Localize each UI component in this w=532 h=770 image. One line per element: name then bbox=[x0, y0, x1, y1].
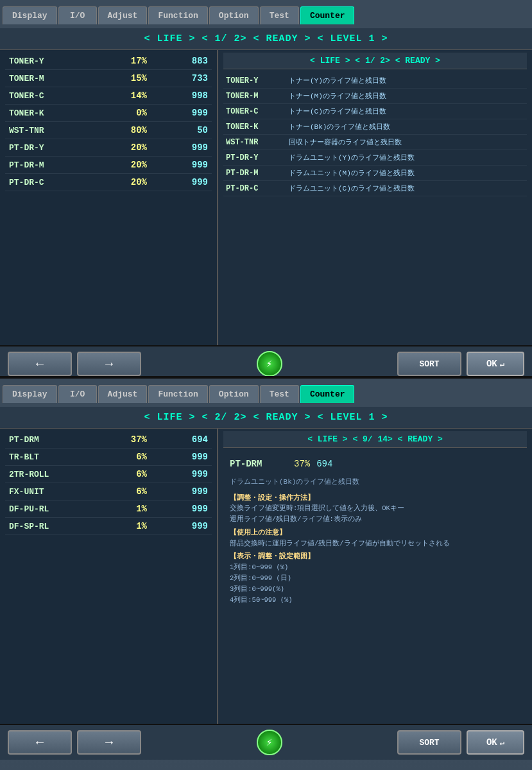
detail-item-desc-1-0: トナー(Y)のライフ値と残日数 bbox=[289, 76, 386, 85]
list-row-1-6[interactable]: PT-DR-M 20% 999 bbox=[5, 157, 212, 174]
nav-bar-2: < LIFE > < 2/ 2> < READY > < LEVEL 1 > bbox=[0, 407, 532, 429]
list-row-1-5[interactable]: PT-DR-Y 20% 999 bbox=[5, 139, 212, 157]
detail-item-desc-1-1: トナー(M)のライフ値と残日数 bbox=[289, 91, 386, 101]
tab-display-2[interactable]: Display bbox=[3, 385, 57, 403]
list-row-1-7[interactable]: PT-DR-C 20% 999 bbox=[5, 174, 212, 191]
tab-bar-1: Display I/O Adjust Function Option Test … bbox=[0, 0, 532, 28]
list-row-1-3[interactable]: TONER-K 0% 999 bbox=[5, 105, 212, 122]
tab-option-1[interactable]: Option bbox=[209, 6, 259, 24]
list-item-pct-1-3: 0% bbox=[115, 108, 147, 118]
list-item-val-1-6: 999 bbox=[176, 160, 208, 170]
main-content-1: TONER-Y 17% 883 TONER-M 15% 733 TONER-C … bbox=[0, 50, 532, 345]
panel-1: Display I/O Adjust Function Option Test … bbox=[0, 0, 532, 379]
ok-button-1[interactable]: OK↵ bbox=[467, 352, 524, 376]
detail-item-desc-1-7: ドラムユニット(C)のライフ値と残日数 bbox=[289, 184, 415, 193]
detail-nav-1: < LIFE > < 1/ 2> < READY > bbox=[223, 53, 527, 69]
detail-row-1-2[interactable]: TONER-C トナー(C)のライフ値と残日数 bbox=[223, 104, 527, 119]
detail-item-desc-1-3: トナー(Bk)のライフ値と残日数 bbox=[289, 122, 390, 132]
info-button-2[interactable]: ⚡ bbox=[257, 730, 282, 755]
detail-row-1-6[interactable]: PT-DR-M ドラムユニット(M)のライフ値と残日数 bbox=[223, 166, 527, 181]
list-item-pct-1-4: 80% bbox=[115, 125, 147, 135]
list-item-pct-1-6: 20% bbox=[115, 160, 147, 170]
list-row-1-4[interactable]: WST-TNR 80% 50 bbox=[5, 122, 212, 139]
detail-item-name-1-3: TONER-K bbox=[226, 123, 284, 132]
instr-s2-title: 【使用上の注意】 bbox=[230, 527, 520, 538]
highlighted-desc-2: ドラムユニット(Bk)のライフ値と残日数 bbox=[230, 477, 520, 488]
list-row-2-5[interactable]: DF-SP-RL 1% 999 bbox=[5, 518, 212, 535]
list-item-val-2-3: 999 bbox=[176, 486, 208, 497]
toolbar-right-1: SORT OK↵ bbox=[397, 352, 524, 376]
list-item-name-2-0: PT-DRM bbox=[9, 435, 86, 445]
list-item-name-1-3: TONER-K bbox=[9, 108, 86, 118]
tab-adjust-1[interactable]: Adjust bbox=[98, 6, 148, 24]
list-row-2-0[interactable]: PT-DRM 37% 694 bbox=[5, 431, 212, 449]
tab-test-2[interactable]: Test bbox=[260, 385, 299, 403]
toolbar-1: ← → ⚡ SORT OK↵ bbox=[0, 345, 532, 379]
list-row-2-2[interactable]: 2TR-ROLL 6% 999 bbox=[5, 466, 212, 483]
list-item-name-2-2: 2TR-ROLL bbox=[9, 470, 86, 479]
tab-adjust-2[interactable]: Adjust bbox=[98, 385, 148, 403]
forward-button-1[interactable]: → bbox=[77, 352, 141, 376]
tab-function-1[interactable]: Function bbox=[148, 6, 207, 24]
toolbar-right-2: SORT OK↵ bbox=[397, 730, 524, 755]
list-item-pct-1-1: 15% bbox=[115, 73, 147, 83]
detail-item-name-1-0: TONER-Y bbox=[226, 76, 284, 85]
list-item-val-1-0: 883 bbox=[176, 56, 208, 66]
ok-button-2[interactable]: OK↵ bbox=[467, 730, 524, 755]
detail-item-desc-1-4: 回収トナー容器のライフ値と残日数 bbox=[289, 137, 402, 147]
list-item-val-1-3: 999 bbox=[176, 108, 208, 118]
detail-nav-2: < LIFE > < 9/ 14> < READY > bbox=[223, 431, 527, 448]
tab-counter-1[interactable]: Counter bbox=[300, 6, 355, 24]
tab-counter-2[interactable]: Counter bbox=[300, 385, 355, 403]
list-item-name-1-1: TONER-M bbox=[9, 74, 86, 83]
list-item-name-2-1: TR-BLT bbox=[9, 452, 86, 462]
instr-s2-text: 部品交換時に運用ライフ値/残日数/ライフ値が自動でリセットされる bbox=[230, 538, 520, 549]
list-item-pct-2-4: 1% bbox=[115, 504, 147, 514]
list-item-name-1-6: PT-DR-M bbox=[9, 160, 86, 170]
list-item-pct-2-3: 6% bbox=[115, 486, 147, 497]
back-button-1[interactable]: ← bbox=[8, 352, 72, 376]
detail-row-1-0[interactable]: TONER-Y トナー(Y)のライフ値と残日数 bbox=[223, 73, 527, 89]
back-button-2[interactable]: ← bbox=[8, 730, 72, 755]
sort-button-2[interactable]: SORT bbox=[397, 730, 461, 755]
list-item-pct-1-2: 14% bbox=[115, 90, 147, 101]
tab-display-1[interactable]: Display bbox=[3, 6, 57, 24]
list-row-1-2[interactable]: TONER-C 14% 998 bbox=[5, 87, 212, 105]
forward-button-2[interactable]: → bbox=[77, 730, 141, 755]
list-item-name-2-4: DF-PU-RL bbox=[9, 504, 86, 514]
list-row-2-4[interactable]: DF-PU-RL 1% 999 bbox=[5, 501, 212, 518]
list-item-name-1-4: WST-TNR bbox=[9, 126, 86, 135]
detail-row-1-4[interactable]: WST-TNR 回収トナー容器のライフ値と残日数 bbox=[223, 135, 527, 150]
instructions-2: 【調整・設定・操作方法】 交換ライフ値変更時:項目選択して値を入力後、OKキー運… bbox=[230, 493, 520, 606]
tab-io-2[interactable]: I/O bbox=[58, 385, 97, 403]
list-item-pct-2-2: 6% bbox=[115, 469, 147, 479]
detail-row-1-5[interactable]: PT-DR-Y ドラムユニット(Y)のライフ値と残日数 bbox=[223, 150, 527, 166]
detail-item-desc-1-5: ドラムユニット(Y)のライフ値と残日数 bbox=[289, 153, 415, 162]
info-button-1[interactable]: ⚡ bbox=[257, 351, 282, 377]
list-row-2-3[interactable]: FX-UNIT 6% 999 bbox=[5, 483, 212, 501]
list-item-val-2-4: 999 bbox=[176, 504, 208, 514]
detail-row-1-3[interactable]: TONER-K トナー(Bk)のライフ値と残日数 bbox=[223, 119, 527, 135]
list-item-val-1-7: 999 bbox=[176, 177, 208, 187]
list-item-val-1-4: 50 bbox=[176, 125, 208, 135]
list-item-val-1-5: 999 bbox=[176, 142, 208, 153]
detail-text-panel-2: PT-DRM 37% 694 ドラムユニット(Bk)のライフ値と残日数 【調整・… bbox=[223, 452, 527, 609]
list-row-1-0[interactable]: TONER-Y 17% 883 bbox=[5, 53, 212, 70]
list-item-pct-1-7: 20% bbox=[115, 177, 147, 187]
detail-item-name-1-4: WST-TNR bbox=[226, 138, 284, 147]
detail-row-1-7[interactable]: PT-DR-C ドラムユニット(C)のライフ値と残日数 bbox=[223, 181, 527, 196]
list-item-name-2-3: FX-UNIT bbox=[9, 487, 86, 497]
tab-function-2[interactable]: Function bbox=[148, 385, 207, 403]
tab-test-1[interactable]: Test bbox=[260, 6, 299, 24]
detail-item-name-1-1: TONER-M bbox=[226, 92, 284, 101]
list-item-val-2-0: 694 bbox=[176, 434, 208, 445]
sort-button-1[interactable]: SORT bbox=[397, 352, 461, 376]
detail-item-desc-1-2: トナー(C)のライフ値と残日数 bbox=[289, 107, 386, 116]
list-item-pct-2-1: 6% bbox=[115, 452, 147, 462]
panel-2: Display I/O Adjust Function Option Test … bbox=[0, 379, 532, 770]
tab-option-2[interactable]: Option bbox=[209, 385, 259, 403]
list-row-1-1[interactable]: TONER-M 15% 733 bbox=[5, 70, 212, 87]
list-row-2-1[interactable]: TR-BLT 6% 999 bbox=[5, 449, 212, 466]
detail-row-1-1[interactable]: TONER-M トナー(M)のライフ値と残日数 bbox=[223, 89, 527, 104]
tab-io-1[interactable]: I/O bbox=[58, 6, 97, 24]
